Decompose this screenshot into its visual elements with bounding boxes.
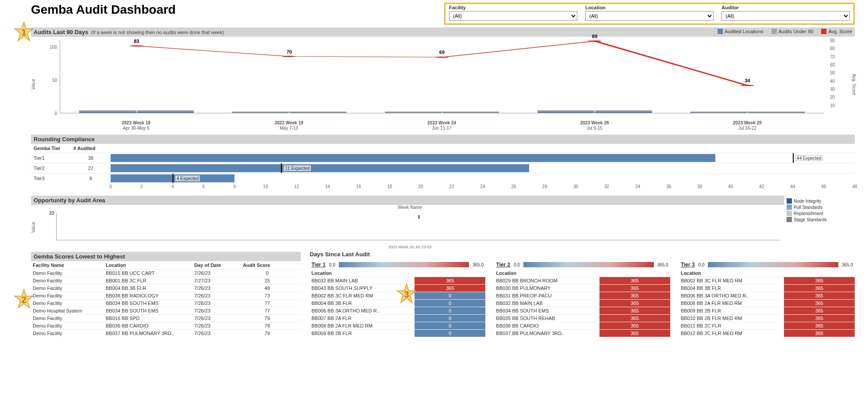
svg-point-4 bbox=[741, 85, 754, 86]
days-row: BB030 BB PULMONARY365 bbox=[494, 284, 670, 292]
filter-auditor-label: Auditor bbox=[722, 5, 850, 10]
days-row: BB037 BB PULMONARY 3RD..365 bbox=[494, 329, 670, 337]
filter-facility-label: Facility bbox=[449, 5, 577, 10]
days-row: BB035 BB SOUTH REHAB365 bbox=[494, 314, 670, 322]
rounding-compliance: Rounding Compliance Gemba Tier # Audited… bbox=[31, 135, 855, 191]
svg-point-2 bbox=[435, 57, 449, 58]
scores-row: Demo FacilityBB016 BB SPD7/26/2379 bbox=[31, 314, 301, 322]
scores-col-facility: Facility Name bbox=[33, 262, 106, 268]
filter-location-label: Location bbox=[585, 5, 714, 10]
scores-col-location: Location bbox=[106, 262, 194, 268]
scores-row: Demo FacilityBB001 BB 3C FLR7/27/2325 bbox=[31, 277, 301, 284]
filter-location-select[interactable]: (All) bbox=[585, 11, 714, 21]
days-row: BB007 BB 2A FLR0 bbox=[310, 314, 485, 322]
days-row: BB012 BB 2C FLR MED RM365 bbox=[679, 329, 855, 337]
days-row: BB006 BB 3A ORTHO MED R..0 bbox=[310, 307, 485, 314]
filter-facility-select[interactable]: (All) bbox=[449, 11, 577, 21]
days-title: Days Since Last Audit bbox=[310, 251, 370, 258]
opp-ylabel: Value bbox=[31, 222, 36, 233]
legend-avg: Avg. Score bbox=[821, 29, 852, 34]
days-since-last-audit: Days Since Last Audit Tier 10.0365.0Loca… bbox=[310, 252, 855, 337]
svg-point-1 bbox=[282, 56, 296, 57]
filter-auditor-select[interactable]: (All) bbox=[722, 11, 850, 21]
page-title: Gemba Audit Dashboard bbox=[31, 3, 176, 17]
annotation-1: 1 bbox=[13, 21, 35, 42]
days-row: BB009 BB 2B FLR365 bbox=[679, 307, 855, 314]
days-row: BB011 BB 2C FLR365 bbox=[679, 322, 855, 329]
scores-row: Demo FacilityBB004 BB 3B FLR7/26/2349 bbox=[31, 284, 301, 292]
scores-col-score: Audit Score bbox=[243, 262, 292, 268]
days-row: BB008 BB 2A FLR MED RM365 bbox=[679, 299, 855, 307]
scores-row: Demo Hospital SystemBB034 BB SOUTH EMS7/… bbox=[31, 307, 301, 314]
days-row: BB032 BB MAIN LAB365 bbox=[494, 299, 670, 307]
audits90-chart: Value 050100 102030405060708090 Avg. Sco… bbox=[31, 37, 855, 132]
scores-row: Demo FacilityBB036 BB CARDIO7/26/2379 bbox=[31, 322, 301, 329]
tier-column: Tier 30.0365.0LocationBB002 BB 3C FLR ME… bbox=[679, 262, 855, 337]
audits90-title: Audits Last 90 Days bbox=[34, 29, 88, 35]
gemba-scores-table: Gemba Scores Lowest to Highest Facility … bbox=[31, 252, 301, 337]
annotation-2: 2 bbox=[13, 289, 35, 310]
audits90-y2label: Avg. Score bbox=[852, 73, 856, 95]
legend-audited: Audited Locations bbox=[718, 29, 763, 34]
audits90-header: Audits Last 90 Days (If a week is not sh… bbox=[31, 27, 855, 37]
days-row: BB010 BB 2B FLR MED RM365 bbox=[679, 314, 855, 322]
opp-xcat: 2023 Week 30 Jul 23-29 bbox=[36, 245, 784, 249]
scores-row: Demo FacilityBB034 BB SOUTH EMS7/26/2377 bbox=[31, 299, 301, 307]
scores-row: Demo FacilityBB038 BB RADIOLOGY7/26/2373 bbox=[31, 292, 301, 299]
audits90-ylabel: Value bbox=[31, 79, 36, 90]
days-row: BB034 BB SOUTH EMS365 bbox=[494, 307, 670, 314]
rc-col-audited: # Audited bbox=[71, 145, 111, 152]
opp-xlabel: Week Name bbox=[36, 205, 784, 210]
filters-bar: Facility (All) Location (All) Auditor (A… bbox=[444, 3, 855, 25]
audits90-subtitle: (If a week is not showing then no audits… bbox=[91, 30, 224, 35]
days-row: BB004 BB 3B FLR365 bbox=[679, 284, 855, 292]
days-row: BB002 BB 3C FLR MED RM365 bbox=[679, 277, 855, 284]
annotation-3: 3 bbox=[396, 283, 417, 305]
rc-row: Tier384 Expected bbox=[31, 173, 855, 183]
opportunity-title: Opportunity by Audit Area bbox=[34, 197, 105, 204]
opportunity-chart: Opportunity by Audit Area Value Week Nam… bbox=[31, 196, 855, 249]
days-row: BB031 BB PREOP-PACU365 bbox=[494, 292, 670, 299]
scores-row: Demo FacilityBB015 BB UCC CART7/26/230 bbox=[31, 269, 301, 277]
opp-legend: Node Integrity Pull Standards Replenishm… bbox=[784, 196, 855, 249]
days-row: BB008 BB 2A FLR MED RM0 bbox=[310, 322, 485, 329]
rc-col-tier: Gemba Tier bbox=[31, 145, 71, 152]
days-row: BB036 BB CARDIO365 bbox=[494, 322, 670, 329]
rc-row: Tier13944 Expected bbox=[31, 153, 855, 163]
days-row: BB006 BB 3A ORTHO MED R..365 bbox=[679, 292, 855, 299]
scores-title: Gemba Scores Lowest to Highest bbox=[34, 253, 125, 260]
days-row: BB029 BB BRONCH ROOM365 bbox=[494, 277, 670, 284]
scores-row: Demo FacilityBB037 BB PULMONARY 3RD..7/2… bbox=[31, 329, 301, 337]
scores-col-date: Day of Date bbox=[194, 262, 243, 268]
svg-point-0 bbox=[130, 45, 143, 46]
svg-point-3 bbox=[588, 40, 602, 42]
rc-row: Tier22711 Expected bbox=[31, 163, 855, 173]
tier-column: Tier 20.0365.0LocationBB029 BB BRONCH RO… bbox=[494, 262, 670, 337]
days-row: BB009 BB 2B FLR0 bbox=[310, 329, 485, 337]
rounding-title: Rounding Compliance bbox=[34, 136, 95, 143]
legend-under90: Audits Under 90 bbox=[772, 29, 814, 34]
